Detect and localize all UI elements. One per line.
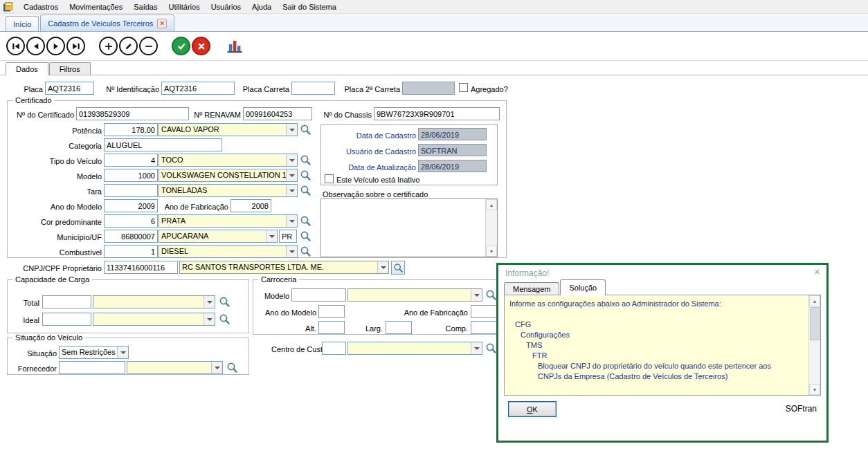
scrollbar[interactable]: ▲ ▼ <box>808 295 820 395</box>
search-icon[interactable] <box>300 154 311 166</box>
search-icon[interactable] <box>485 342 497 354</box>
search-icon[interactable] <box>300 185 311 196</box>
search-icon[interactable] <box>300 246 311 257</box>
nav-prev-button[interactable] <box>26 37 45 55</box>
ano-modelo-input[interactable] <box>104 199 158 212</box>
menu-utilitarios[interactable]: Utilitários <box>163 0 205 14</box>
chevron-down-icon[interactable] <box>471 342 482 354</box>
chevron-down-icon[interactable] <box>286 246 297 257</box>
carroceria-ano-modelo-input[interactable] <box>318 305 345 318</box>
tipo-veiculo-combo[interactable]: TOCO <box>159 154 298 167</box>
tara-input[interactable] <box>104 184 158 197</box>
renavam-input[interactable] <box>243 107 312 120</box>
modelo-combo[interactable]: VOLKSWAGEN CONSTELLATION 13.180 <box>159 169 298 182</box>
search-icon[interactable] <box>300 215 311 227</box>
ano-fabricacao-input[interactable] <box>230 199 271 212</box>
menu-ajuda[interactable]: Ajuda <box>246 0 277 14</box>
centro-custo-code-input[interactable] <box>322 342 346 355</box>
search-icon[interactable] <box>226 362 238 373</box>
ok-button[interactable]: OK <box>508 401 557 417</box>
municipio-combo[interactable]: APUCARANA <box>159 230 278 243</box>
ideal-unit-combo[interactable] <box>93 313 215 326</box>
inativo-checkbox[interactable] <box>325 174 334 183</box>
cancel-button[interactable] <box>192 37 210 55</box>
menu-saidas[interactable]: Saídas <box>128 0 163 14</box>
edit-button[interactable] <box>119 37 138 55</box>
menu-sair-do-sistema[interactable]: Sair do Sistema <box>277 0 342 14</box>
tab-inicio[interactable]: Início <box>6 16 39 31</box>
combustivel-combo[interactable]: DIESEL <box>159 245 298 258</box>
situacao-combo[interactable]: Sem Restrições <box>59 346 129 359</box>
municipio-code-input[interactable] <box>104 230 158 243</box>
chart-button[interactable] <box>224 37 245 56</box>
chevron-down-icon[interactable] <box>286 124 297 136</box>
categoria-input[interactable] <box>104 138 222 151</box>
carroceria-modelo-combo[interactable] <box>347 288 482 302</box>
proprietario-combo[interactable]: RC SANTOS TRANSPORTES LTDA. ME. <box>179 261 389 274</box>
scroll-up-icon[interactable]: ▲ <box>486 199 497 210</box>
delete-button[interactable] <box>139 37 158 55</box>
larg-input[interactable] <box>386 321 412 334</box>
menu-movimentacoes[interactable]: Movimentações <box>64 0 128 14</box>
placa-carreta-input[interactable] <box>291 82 335 95</box>
ideal-input[interactable] <box>42 313 91 326</box>
tab-solucao[interactable]: Solução <box>560 279 606 295</box>
scroll-up-icon[interactable]: ▲ <box>809 295 820 306</box>
menu-cadastros[interactable]: Cadastros <box>18 0 64 14</box>
num-certificado-input[interactable] <box>76 107 189 120</box>
identificacao-input[interactable] <box>161 82 235 95</box>
tab-cadastro-veiculos-terceiros[interactable]: Cadastro de Veículos Terceiros ✕ <box>40 15 174 31</box>
tara-combo[interactable]: TONELADAS <box>159 184 298 197</box>
cor-code-input[interactable] <box>104 214 158 228</box>
chevron-down-icon[interactable] <box>211 362 222 373</box>
potencia-input[interactable] <box>104 123 158 136</box>
chevron-down-icon[interactable] <box>266 230 277 242</box>
tab-mensagem[interactable]: Mensagem <box>504 282 559 295</box>
chevron-down-icon[interactable] <box>471 289 482 301</box>
nav-last-button[interactable] <box>66 37 85 55</box>
observacao-textarea[interactable]: ▲ ▼ <box>320 198 498 257</box>
chevron-down-icon[interactable] <box>204 313 215 325</box>
chevron-down-icon[interactable] <box>377 261 388 273</box>
scrollbar-thumb[interactable] <box>810 307 820 340</box>
chevron-down-icon[interactable] <box>286 215 297 227</box>
uf-input[interactable] <box>279 230 297 243</box>
confirm-button[interactable] <box>172 37 190 55</box>
nav-next-button[interactable] <box>46 37 65 55</box>
cor-combo[interactable]: PRATA <box>159 214 298 228</box>
scrollbar[interactable]: ▲ ▼ <box>485 199 497 257</box>
combustivel-code-input[interactable] <box>104 245 158 258</box>
comp-input[interactable] <box>471 321 497 334</box>
tab-filtros[interactable]: Filtros <box>49 62 91 75</box>
total-unit-combo[interactable] <box>93 295 215 308</box>
tipo-veiculo-code-input[interactable] <box>104 154 158 167</box>
carroceria-ano-fabricacao-input[interactable] <box>471 305 497 318</box>
chevron-down-icon[interactable] <box>286 154 297 166</box>
tab-close-icon[interactable]: ✕ <box>157 19 167 28</box>
alt-input[interactable] <box>318 321 345 334</box>
fornecedor-input[interactable] <box>59 361 125 374</box>
chassis-input[interactable] <box>374 107 500 120</box>
search-icon[interactable] <box>300 124 311 136</box>
chevron-down-icon[interactable] <box>204 296 215 308</box>
dialog-close-icon[interactable]: ✕ <box>814 268 820 277</box>
modelo-code-input[interactable] <box>104 169 158 182</box>
add-button[interactable] <box>99 37 118 55</box>
menu-usuarios[interactable]: Usuários <box>206 0 246 14</box>
search-icon[interactable] <box>219 313 230 325</box>
agregado-checkbox[interactable] <box>459 83 468 92</box>
placa-input[interactable] <box>45 82 94 95</box>
scroll-down-icon[interactable]: ▼ <box>809 384 820 395</box>
total-input[interactable] <box>42 295 91 308</box>
fornecedor-combo[interactable] <box>127 361 223 374</box>
centro-custo-combo[interactable] <box>347 342 482 355</box>
search-icon[interactable] <box>485 289 497 301</box>
search-icon[interactable] <box>300 230 311 242</box>
carroceria-modelo-code-input[interactable] <box>291 288 346 302</box>
search-icon[interactable] <box>219 296 230 308</box>
chevron-down-icon[interactable] <box>286 185 297 196</box>
chevron-down-icon[interactable] <box>117 346 128 358</box>
search-icon[interactable] <box>300 169 311 181</box>
proprietario-search-button[interactable] <box>391 261 405 275</box>
chevron-down-icon[interactable] <box>286 169 297 181</box>
